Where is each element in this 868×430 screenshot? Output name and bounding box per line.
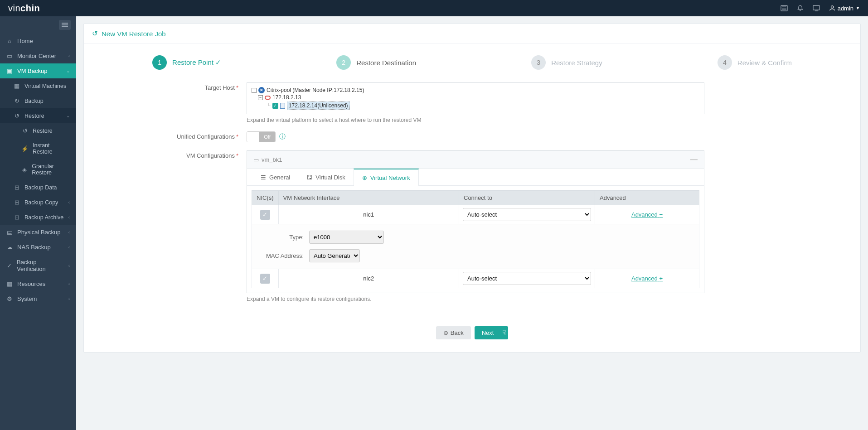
sidebar-item-backup[interactable]: ↻Backup <box>0 93 76 108</box>
sidebar-item-vmbackup[interactable]: ▣VM Backup⌄ <box>0 63 76 78</box>
bell-icon[interactable] <box>797 5 804 12</box>
mac-select[interactable]: Auto Generate <box>309 249 360 262</box>
sidebar-item-restore[interactable]: ↺Restore⌄ <box>0 108 76 123</box>
user-icon <box>829 5 835 11</box>
step-number: 4 <box>718 55 732 70</box>
instant-icon: ⚡ <box>22 145 28 152</box>
tree-label-selected: 172.18.2.14(Unlicensed) <box>287 101 350 110</box>
sidebar-item-label: Restore <box>33 128 53 134</box>
tree-connector-icon: └ <box>267 103 271 108</box>
vm-name: ▭vm_bk1 <box>253 156 282 163</box>
sidebar-item-monitor[interactable]: ▭Monitor Center‹ <box>0 48 76 63</box>
main-content: ↺ New VM Restore Job 1Restore Point ✓ 2R… <box>76 16 868 430</box>
sidebar-item-home[interactable]: ⌂Home <box>0 34 76 48</box>
user-menu[interactable]: admin ▼ <box>829 5 860 12</box>
tab-general[interactable]: ☰General <box>252 169 298 185</box>
col-header-iface: VM Network Interface <box>278 191 459 205</box>
copy-icon: ⊞ <box>14 199 20 206</box>
sidebar-item-label: Monitor Center <box>17 53 56 59</box>
step-number: 2 <box>336 55 351 70</box>
citrix-icon: ✕ <box>258 87 265 93</box>
sidebar-item-restore-sub[interactable]: ↺Restore <box>0 123 76 138</box>
nas-icon: ☁ <box>6 244 13 251</box>
step-4: 4Review & Confirm <box>718 55 792 70</box>
tree-collapse-icon[interactable]: − <box>258 95 263 100</box>
collapse-icon[interactable]: — <box>690 155 698 164</box>
vm-config-header[interactable]: ▭vm_bk1 — <box>247 151 704 169</box>
adv-type-field: Type: e1000 <box>263 231 688 244</box>
button-label: Next <box>482 329 494 336</box>
mac-label: MAC Address: <box>263 252 304 259</box>
sidebar-item-backupcopy[interactable]: ⊞Backup Copy‹ <box>0 195 76 210</box>
wizard-footer: ⊖Back Next <box>95 317 849 341</box>
adv-mac-field: MAC Address: Auto Generate <box>263 249 688 262</box>
sidebar-item-backupdata[interactable]: ⊟Backup Data <box>0 180 76 195</box>
step-label: Restore Point ✓ <box>172 58 221 67</box>
vm-config-panel: ▭vm_bk1 — ☰General 🖫Virtual Disk ⊕Virtua… <box>247 150 704 293</box>
sidebar-item-backuparchive[interactable]: ⊡Backup Archive‹ <box>0 210 76 225</box>
tab-virtual-network[interactable]: ⊕Virtual Network <box>354 169 419 186</box>
checkbox-checked-icon[interactable]: ✓ <box>272 103 278 109</box>
monitor-icon[interactable] <box>813 5 820 12</box>
nic-row-2: ✓ nic2 Auto-select Advanced + <box>252 269 699 288</box>
sidebar-item-verification[interactable]: ✓Backup Verification‹ <box>0 255 76 276</box>
restore-icon: ↺ <box>14 112 20 119</box>
gear-icon: ⚙ <box>6 295 13 302</box>
tree-node-host2[interactable]: └ ✓ 172.18.2.14(Unlicensed) <box>252 101 699 110</box>
sidebar-item-label: Home <box>17 38 33 44</box>
sidebar-item-physical[interactable]: 🖴Physical Backup‹ <box>0 225 76 240</box>
info-icon[interactable]: ⓘ <box>279 133 286 141</box>
machines-icon: ▦ <box>14 82 20 89</box>
sidebar-collapse-button[interactable] <box>59 20 71 30</box>
granular-icon: ◈ <box>22 166 27 173</box>
sidebar-item-label: Granular Restore <box>32 163 70 176</box>
sidebar-item-granular-restore[interactable]: ◈Granular Restore <box>0 159 76 180</box>
step-3: 3Restore Strategy <box>531 55 602 70</box>
chevron-left-icon: ‹ <box>68 200 70 205</box>
tree-expand-icon[interactable]: + <box>252 88 257 93</box>
back-button[interactable]: ⊖Back <box>436 326 471 339</box>
list-icon[interactable] <box>781 5 788 12</box>
nic-checkbox[interactable]: ✓ <box>260 210 270 220</box>
button-label: Back <box>451 329 464 336</box>
sidebar-item-label: Physical Backup <box>17 229 60 236</box>
type-select[interactable]: e1000 <box>309 231 384 244</box>
tab-label: Virtual Disk <box>315 174 345 181</box>
connect-select[interactable]: Auto-select <box>463 208 591 221</box>
chevron-left-icon: ‹ <box>68 281 70 286</box>
vm-tabs: ☰General 🖫Virtual Disk ⊕Virtual Network <box>247 169 704 186</box>
backup-icon: ↻ <box>14 97 20 104</box>
nic-checkbox[interactable]: ✓ <box>260 274 270 284</box>
tree-node-host1[interactable]: − 172.18.2.13 <box>252 94 699 101</box>
arrow-left-icon: ⊖ <box>443 329 448 336</box>
sidebar-item-label: NAS Backup <box>17 244 51 251</box>
physical-icon: 🖴 <box>6 229 13 236</box>
tree-node-pool[interactable]: + ✕ Citrix-pool (Master Node IP:172.18.2… <box>252 87 699 94</box>
advanced-link-expand[interactable]: Advanced + <box>631 275 663 282</box>
sidebar-item-system[interactable]: ⚙System‹ <box>0 291 76 306</box>
sidebar-item-vms[interactable]: ▦Virtual Machines <box>0 78 76 93</box>
sidebar-item-instant-restore[interactable]: ⚡Instant Restore <box>0 138 76 159</box>
tree-label: 172.18.2.13 <box>272 94 301 101</box>
connect-select[interactable]: Auto-select <box>463 272 591 285</box>
next-button[interactable]: Next <box>475 326 509 339</box>
vm-config-help: Expand a VM to configure its restore con… <box>247 296 704 302</box>
chevron-left-icon: ‹ <box>68 245 70 250</box>
sidebar-item-resources[interactable]: ▦Resources‹ <box>0 276 76 291</box>
advanced-link-collapse[interactable]: Advanced − <box>631 211 663 218</box>
step-number: 1 <box>152 55 167 70</box>
host-tree: + ✕ Citrix-pool (Master Node IP:172.18.2… <box>247 82 704 114</box>
tab-virtual-disk[interactable]: 🖫Virtual Disk <box>298 169 354 185</box>
sidebar-toggle-row <box>0 16 76 34</box>
sliders-icon: ☰ <box>261 174 266 181</box>
chevron-left-icon: ‹ <box>68 296 70 301</box>
step-1[interactable]: 1Restore Point ✓ <box>152 55 221 70</box>
resources-icon: ▦ <box>6 280 13 287</box>
sidebar-item-nas[interactable]: ☁NAS Backup‹ <box>0 240 76 255</box>
unified-toggle[interactable]: Off <box>247 131 276 142</box>
step-label: Restore Destination <box>356 59 416 67</box>
sidebar-item-label: VM Backup <box>17 68 47 74</box>
sidebar: ⌂Home ▭Monitor Center‹ ▣VM Backup⌄ ▦Virt… <box>0 16 76 430</box>
nic-name: nic1 <box>278 205 459 224</box>
sidebar-item-label: Virtual Machines <box>24 83 66 89</box>
